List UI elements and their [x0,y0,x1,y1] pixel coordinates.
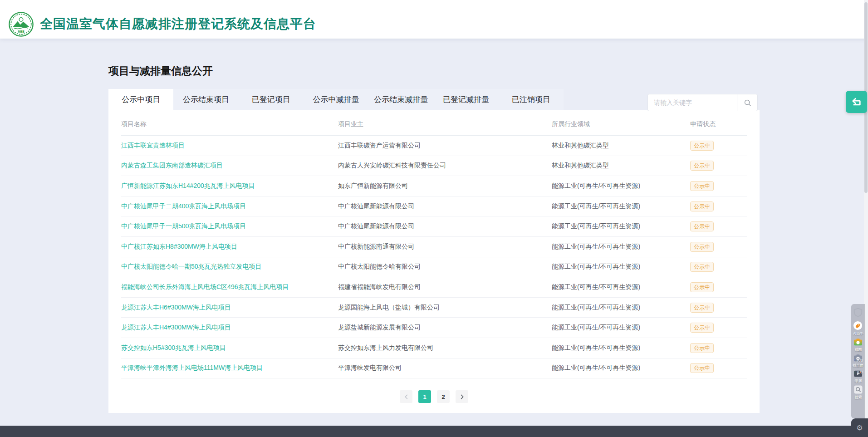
page-title: 项目与减排量信息公开 [108,64,213,78]
network-download-speed: ↓ K/s [854,370,863,374]
project-industry: 林业和其他碳汇类型 [552,162,690,170]
tab-reductions-in-publicity[interactable]: 公示中减排量 [304,89,368,110]
chevron-left-icon [404,394,409,399]
page-button-2[interactable]: 2 [437,390,450,403]
project-owner: 中广核汕尾新能源有限公司 [338,222,552,231]
project-owner: 平潭海峡发电有限公司 [338,364,552,372]
status-badge: 公示中 [690,363,714,373]
project-industry: 能源工业(可再生/不可再生资源) [552,324,690,332]
pagination: 1 2 [108,390,760,403]
table-row: 中广核汕尾甲子二期400兆瓦海上风电场项目 中广核汕尾新能源有限公司 能源工业(… [121,196,747,217]
arrow-up-icon: ↑ [854,358,856,363]
search-input[interactable] [647,94,737,111]
project-owner: 中广核太阳能德令哈有限公司 [338,263,552,271]
tab-projects-in-publicity[interactable]: 公示中项目 [108,89,173,110]
status-badge: 公示中 [690,343,714,353]
tab-label: 公示中减排量 [313,94,359,105]
project-industry: 能源工业(可再生/不可再生资源) [552,344,690,352]
next-page-button[interactable] [456,390,468,403]
page-footer [0,426,868,437]
network-upload-speed: ↑ K/s [854,358,863,363]
shield-button[interactable] [853,307,863,317]
status-badge: 公示中 [690,221,714,231]
settings-button[interactable]: ⚙ [851,418,868,437]
project-industry: 林业和其他碳汇类型 [552,142,690,150]
tab-cancelled-projects[interactable]: 已注销项目 [499,89,564,110]
table-row: 福能海峡公司长乐外海海上风电场C区496兆瓦海上风电项目 福建省福能海峡发电有限… [121,277,747,298]
project-name-link[interactable]: 福能海峡公司长乐外海海上风电场C区496兆瓦海上风电项目 [121,283,338,291]
tab-label: 公示结束项目 [183,94,229,105]
arrow-down-icon: ↓ [854,370,856,374]
table-row: 内蒙古森工集团东南部造林碳汇项目 内蒙古大兴安岭碳汇科技有限责任公司 林业和其他… [121,156,747,177]
tab-registered-projects[interactable]: 已登记项目 [239,89,304,110]
project-industry: 能源工业(可再生/不可再生资源) [552,283,690,291]
column-header-industry: 所属行业领域 [552,120,690,128]
ai-assistant-button[interactable]: AI助手 [853,321,864,337]
search-button[interactable] [737,94,758,111]
project-industry: 能源工业(可再生/不可再生资源) [552,243,690,251]
projects-panel: 项目名称 项目业主 所属行业领域 申请状态 江西丰联宜黄造林项目 江西丰联碳资产… [108,110,760,413]
return-arrow-icon [851,97,862,108]
table-row: 苏交控如东H5#300兆瓦海上风电项目 苏交控如东海上风力发电有限公司 能源工业… [121,338,747,358]
tab-label: 公示结束减排量 [374,94,428,105]
svg-text:MEE: MEE [18,29,25,33]
app-title: 全国温室气体自愿减排注册登记系统及信息平台 [40,15,316,33]
table-row: 江西丰联宜黄造林项目 江西丰联碳资产运营有限公司 林业和其他碳汇类型 公示中 [121,136,747,156]
table-header: 项目名称 项目业主 所属行业领域 申请状态 [121,113,747,136]
page-button-1[interactable]: 1 [418,390,431,403]
project-name-link[interactable]: 苏交控如东H5#300兆瓦海上风电项目 [121,344,338,352]
project-name-link[interactable]: 平潭海峡平潭外海海上风电场111MW海上风电项目 [121,364,338,372]
shield-icon [853,307,863,317]
gear-icon: ⚙ [856,424,863,432]
status-badge: 公示中 [690,161,714,171]
project-industry: 能源工业(可再生/不可再生资源) [552,364,690,372]
tab-registered-reductions[interactable]: 已登记减排量 [433,89,498,110]
project-name-link[interactable]: 中广核太阳能德令哈一期50兆瓦光热独立发电项目 [121,263,338,271]
ai-assistant-icon [853,321,863,330]
project-name-link[interactable]: 广恒新能源江苏如东H14#200兆瓦海上风电项目 [121,182,338,190]
project-name-link[interactable]: 龙源江苏大丰H6#300MW海上风电项目 [121,304,338,312]
status-badge: 公示中 [690,242,714,252]
status-badge: 公示中 [690,262,714,272]
tab-label: 已注销项目 [512,94,550,105]
table-row: 中广核江苏如东H8#300MW海上风电项目 中广核新能源南通有限公司 能源工业(… [121,237,747,257]
tab-label: 已登记项目 [252,94,290,105]
status-badge: 公示中 [690,201,714,211]
project-owner: 龙源国能海上风电（盐城）有限公司 [338,304,552,312]
status-badge: 公示中 [690,323,714,333]
project-name-link[interactable]: 江西丰联宜黄造林项目 [121,142,338,150]
toolbar-search-icon [854,385,863,394]
table-row: 龙源江苏大丰H6#300MW海上风电项目 龙源国能海上风电（盐城）有限公司 能源… [121,298,747,318]
table-row: 龙源江苏大丰H4#300MW海上风电项目 龙源盐城新能源发展有限公司 能源工业(… [121,318,747,338]
project-name-link[interactable]: 中广核汕尾甲子一期500兆瓦海上风电场项目 [121,222,338,231]
column-header-project-name: 项目名称 [121,120,338,128]
prev-page-button[interactable] [400,390,412,403]
toolbar-item-label: 录屏 [854,378,862,384]
project-owner: 内蒙古大兴安岭碳汇科技有限责任公司 [338,162,552,170]
project-name-link[interactable]: 中广核汕尾甲子二期400兆瓦海上风电场项目 [121,202,338,211]
toolbar-item-label: 截全屏 [853,363,863,368]
return-button[interactable] [846,91,867,113]
chevron-right-icon [460,394,465,399]
project-owner: 江西丰联碳资产运营有限公司 [338,142,552,150]
toolbar-search-button[interactable]: 搜索 [854,385,863,400]
project-name-link[interactable]: 龙源江苏大丰H4#300MW海上风电项目 [121,324,338,332]
project-industry: 能源工业(可再生/不可再生资源) [552,304,690,312]
status-badge: 公示中 [690,282,714,292]
screenshot-button[interactable]: 截图 [853,338,863,353]
project-industry: 能源工业(可再生/不可再生资源) [552,202,690,211]
project-name-link[interactable]: 内蒙古森工集团东南部造林碳汇项目 [121,162,338,170]
status-badge: 公示中 [690,303,714,313]
column-header-status: 申请状态 [690,120,747,128]
tab-label: 公示中项目 [122,94,160,105]
keyword-search [647,94,758,111]
project-owner: 龙源盐城新能源发展有限公司 [338,324,552,332]
table-row: 中广核汕尾甲子一期500兆瓦海上风电场项目 中广核汕尾新能源有限公司 能源工业(… [121,216,747,237]
project-owner: 福建省福能海峡发电有限公司 [338,283,552,291]
table-row: 中广核太阳能德令哈一期50兆瓦光热独立发电项目 中广核太阳能德令哈有限公司 能源… [121,257,747,278]
tab-publicity-ended-projects[interactable]: 公示结束项目 [173,89,238,110]
mee-logo-icon: MEE [8,11,34,37]
tab-publicity-ended-reductions[interactable]: 公示结束减排量 [368,89,433,110]
project-owner: 苏交控如东海上风力发电有限公司 [338,344,552,352]
project-name-link[interactable]: 中广核江苏如东H8#300MW海上风电项目 [121,243,338,251]
